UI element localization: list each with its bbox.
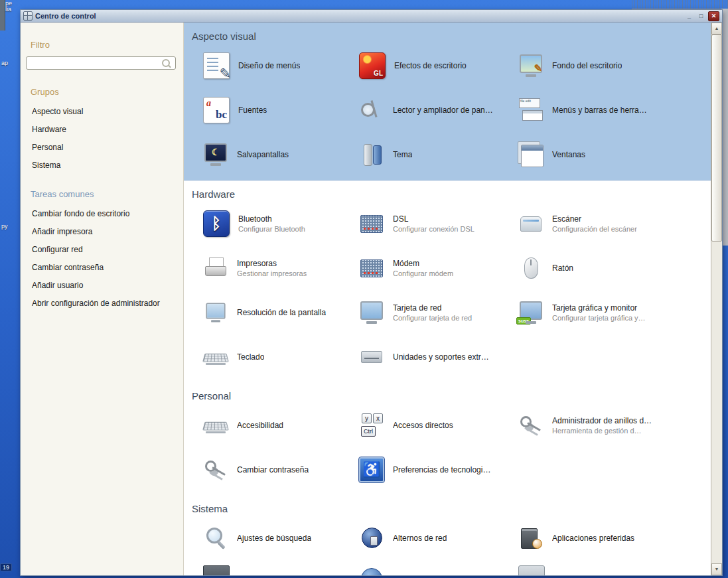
icon-glyph: ᛒ [204, 211, 229, 236]
launcher-item[interactable]: Alternos de red [359, 521, 518, 555]
launcher-item-sublabel: Configurar tarjeta de red [393, 313, 472, 323]
launcher-item[interactable]: ✎Fondo del escritorio [518, 48, 711, 83]
launcher-item-text: Lector y ampliador de pan… [393, 106, 493, 115]
sidebar-group-item[interactable]: Aspecto visual [21, 103, 183, 121]
launcher-item[interactable]: Accesibilidad [203, 408, 359, 443]
launcher-item-partial[interactable] [518, 565, 711, 575]
modem-icon [359, 255, 384, 281]
window-title: Centro de control [35, 12, 682, 20]
sidebar-group-item[interactable]: Personal [21, 139, 183, 157]
sidebar-task-item[interactable]: Abrir configuración de administrador [21, 295, 183, 313]
launcher-item[interactable]: ᛒBluetoothConfigurar Bluetooth [203, 206, 359, 241]
launcher-item[interactable]: DSLConfigurar conexión DSL [359, 206, 518, 241]
launcher-item-label: Impresoras [237, 259, 307, 269]
launcher-item[interactable]: Ventanas [518, 137, 711, 172]
section-title: Hardware [192, 188, 711, 200]
launcher-item[interactable]: CtrlAccesos directos [359, 408, 518, 443]
change-password-icon [203, 457, 228, 482]
launcher-item-sublabel: Configurar conexión DSL [393, 224, 474, 234]
section-personal: PersonalAccesibilidadCtrlAccesos directo… [184, 382, 711, 495]
launcher-item[interactable]: ♿Preferencias de tecnologi… [359, 453, 518, 487]
partially-visible-icon [203, 565, 230, 575]
launcher-item-partial[interactable] [359, 565, 518, 575]
section-hardware: HardwareᛒBluetoothConfigurar BluetoothDS… [184, 181, 711, 382]
sidebar-group-item[interactable]: Hardware [21, 121, 183, 139]
launcher-item-text: Ventanas [552, 150, 585, 160]
launcher-item[interactable]: Tema [359, 137, 518, 172]
launcher-item-label: Aplicaciones preferidas [552, 534, 634, 543]
sidebar-task-item[interactable]: Añadir usuario [21, 277, 183, 295]
filter-input[interactable] [26, 56, 176, 70]
launcher-item-label: Teclado [237, 352, 264, 362]
close-button[interactable]: ✕ [708, 11, 719, 21]
launcher-item[interactable]: Administrador de anillos d…Herramienta d… [518, 408, 711, 443]
launcher-item[interactable]: ImpresorasGestionar impresoras [203, 251, 359, 285]
network-card-icon [359, 300, 384, 325]
launcher-item[interactable]: MódemConfigurar módem [359, 251, 518, 285]
titlebar[interactable]: Centro de control _ □ ✕ [21, 10, 722, 23]
screensaver-icon: ☾ [203, 142, 228, 167]
sidebar-task-item[interactable]: Cambiar fondo de escritorio [21, 205, 183, 223]
launcher-item[interactable]: Ajustes de búsqueda [203, 521, 359, 555]
launcher-item-text: DSLConfigurar conexión DSL [393, 214, 474, 234]
scroll-up-button[interactable]: ▲ [711, 23, 722, 35]
launcher-item[interactable]: Resolución de la pantalla [203, 295, 359, 330]
scrollbar-track[interactable] [711, 35, 722, 563]
launcher-item[interactable]: Diseño de menús [203, 48, 359, 83]
launcher-item-text: Aplicaciones preferidas [552, 534, 634, 543]
launcher-item-partial[interactable] [203, 565, 359, 575]
window-body: Filtro Grupos Aspecto visualHardwarePers… [21, 23, 722, 575]
launcher-item[interactable]: Lector y ampliador de pan… [359, 93, 518, 127]
launcher-item-text: EscánerConfiguración del escáner [552, 214, 637, 234]
section-sistema: SistemaAjustes de búsquedaAlternos de re… [184, 495, 711, 575]
scroll-down-button[interactable]: ▼ [711, 563, 722, 575]
icon-badge: suse [516, 317, 531, 325]
launcher-item[interactable]: Aplicaciones preferidas [518, 521, 711, 555]
content-sections: Aspecto visualDiseño de menúsEfectos de … [184, 23, 711, 575]
launcher-item-sublabel: Herramienta de gestión d… [552, 426, 652, 435]
launcher-item[interactable]: Teclado [203, 340, 359, 374]
sidebar-task-item[interactable]: Cambiar contraseña [21, 259, 183, 277]
launcher-item-text: Teclado [237, 352, 264, 362]
launcher-item-label: Escáner [552, 214, 637, 224]
removable-drives-icon [359, 344, 384, 370]
filter-heading: Filtro [31, 40, 183, 50]
icon-glyph: ✎ [518, 53, 544, 78]
launcher-item-text: Resolución de la pantalla [237, 308, 326, 318]
launcher-item-text: Tema [393, 150, 412, 160]
menus-toolbars-icon [518, 98, 544, 123]
section-title: Personal [192, 390, 711, 401]
minimize-button[interactable]: _ [684, 12, 694, 21]
window-icon [23, 11, 33, 21]
icon-glyph: Ctrl [361, 426, 376, 437]
launcher-item[interactable]: Menús y barras de herra… [518, 93, 711, 127]
launcher-item[interactable]: Efectos de escritorio [359, 48, 518, 83]
launcher-item[interactable]: ☾Salvapantallas [203, 137, 359, 172]
scrollbar-thumb[interactable] [711, 35, 722, 242]
launcher-item[interactable]: Fuentes [203, 93, 359, 127]
launcher-item[interactable]: Unidades y soportes extr… [359, 340, 518, 374]
launcher-item-label: Efectos de escritorio [394, 61, 467, 71]
launcher-item-text: Fuentes [238, 106, 267, 115]
sidebar-group-item[interactable]: Sistema [21, 157, 183, 175]
maximize-button[interactable]: □ [696, 12, 706, 21]
sidebar: Filtro Grupos Aspecto visualHardwarePers… [21, 23, 184, 575]
section-title: Sistema [192, 503, 711, 514]
launcher-item[interactable]: Tarjeta de redConfigurar tarjeta de red [359, 295, 518, 330]
screen-resolution-icon [205, 302, 227, 324]
launcher-item[interactable]: EscánerConfiguración del escáner [518, 206, 711, 241]
filter-box [26, 56, 176, 70]
icon-glyph: ☾ [203, 142, 228, 167]
printer-icon [203, 255, 228, 281]
window-controls: _ □ ✕ [684, 11, 719, 21]
desktop-effects-icon [359, 52, 386, 79]
launcher-item[interactable]: Cambiar contraseña [203, 453, 359, 487]
sidebar-task-item[interactable]: Configurar red [21, 241, 183, 259]
vertical-scrollbar[interactable]: ▲ ▼ [711, 23, 722, 575]
launcher-item[interactable]: Ratón [518, 251, 711, 285]
launcher-item-label: Tarjeta gráfica y monitor [552, 303, 646, 313]
launcher-item[interactable]: suseTarjeta gráfica y monitorConfigurar … [518, 295, 711, 330]
launcher-item-label: Alternos de red [393, 534, 447, 543]
preferred-applications-icon [518, 526, 544, 551]
sidebar-task-item[interactable]: Añadir impresora [21, 223, 183, 241]
